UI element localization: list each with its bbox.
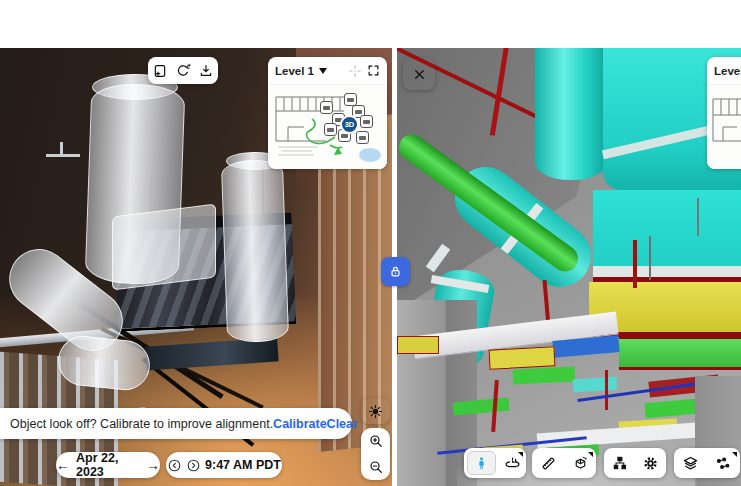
measure-section-group: [532, 448, 596, 478]
calibration-bar: Object look off? Calibrate to improve al…: [0, 408, 352, 439]
next-capture-icon[interactable]: [186, 458, 201, 473]
brightness-button[interactable]: [361, 398, 390, 424]
bim-duct-overlay: [112, 204, 216, 291]
submenu-triangle-icon: [518, 452, 523, 457]
settings-button[interactable]: [635, 448, 666, 478]
photo-toolbar: [148, 57, 218, 84]
prev-capture-icon[interactable]: [167, 458, 182, 473]
gear-icon: [642, 455, 659, 472]
close-icon: [412, 67, 427, 82]
layers-icon: [682, 455, 699, 472]
cyan-duct-box: [593, 190, 741, 266]
minimap-header: Level 1: [268, 57, 387, 85]
download-icon: [198, 63, 214, 79]
red-pipe: [633, 240, 637, 288]
model-tree-icon: [612, 455, 628, 471]
time-navigator: 9:47 AM PDT: [166, 452, 282, 478]
date-navigator: ← Apr 22, 2023 →: [56, 452, 160, 478]
photo-360-view[interactable]: Level 1: [0, 48, 392, 486]
viewpoints-icon: [715, 455, 732, 472]
ruler-icon: [540, 455, 557, 472]
measure-button[interactable]: [532, 448, 564, 478]
bim-model-view[interactable]: Level 1: [397, 48, 741, 486]
walk-person-icon: [474, 455, 489, 472]
minimap-panel: Level 1: [268, 57, 387, 169]
calibrate-button[interactable]: Calibrate: [273, 417, 327, 431]
3d-view-badge[interactable]: 3D: [340, 115, 359, 134]
minimap-panel: Level 1: [707, 57, 741, 169]
zoom-out-icon: [368, 459, 384, 475]
minimap-floorplan[interactable]: 3D: [268, 85, 387, 169]
orbit-icon: [504, 455, 521, 472]
chevron-down-icon[interactable]: [319, 68, 327, 74]
brightness-icon: [368, 404, 383, 419]
lock-icon: [388, 264, 403, 279]
prev-date-button[interactable]: ←: [56, 458, 70, 472]
cyan-duct: [535, 48, 607, 180]
history-icon: [175, 63, 191, 79]
model-tree-button[interactable]: [604, 448, 635, 478]
close-model-button[interactable]: [403, 58, 435, 90]
wall-bracket: [46, 154, 80, 157]
green-panel: [619, 337, 741, 370]
photo-marker[interactable]: [324, 123, 337, 136]
layers-button[interactable]: [674, 448, 707, 478]
floorplan-sketch: [707, 85, 741, 169]
split-view-app: Level 1: [0, 0, 741, 486]
red-pipe: [605, 370, 608, 410]
history-button[interactable]: [175, 63, 191, 79]
clear-button[interactable]: Clear: [327, 417, 358, 431]
hanger-rod: [697, 198, 699, 236]
zoom-in-button[interactable]: [361, 428, 390, 454]
bim-duct-overlay: [221, 159, 289, 343]
add-note-icon: [152, 63, 168, 79]
yellow-duct: [489, 346, 556, 369]
model-settings-group: [604, 448, 666, 478]
layers-views-group: [674, 448, 740, 478]
yellow-duct: [397, 336, 439, 354]
zoom-controls: [361, 428, 390, 480]
nav-mode-group: [464, 448, 526, 478]
add-note-button[interactable]: [152, 63, 168, 79]
sync-lock-button[interactable]: [381, 257, 410, 286]
submenu-triangle-icon: [732, 452, 737, 457]
submenu-triangle-icon: [588, 452, 593, 457]
zoom-in-icon: [368, 433, 384, 449]
download-button[interactable]: [198, 63, 214, 79]
photo-marker[interactable]: [320, 101, 333, 114]
viewpoints-button[interactable]: [707, 448, 740, 478]
time-label: 9:47 AM PDT: [205, 458, 281, 472]
wall-bracket: [60, 142, 63, 156]
photo-marker[interactable]: [356, 131, 369, 144]
hanger-rod: [649, 236, 651, 280]
duct-white-band: [593, 266, 741, 277]
section-box-button[interactable]: [564, 448, 596, 478]
walk-mode-button[interactable]: [467, 451, 496, 475]
locate-icon[interactable]: [348, 64, 362, 78]
fullscreen-icon[interactable]: [367, 64, 380, 77]
section-box-icon: [572, 455, 589, 472]
level-selector-label[interactable]: Level 1: [714, 65, 741, 77]
minimap-floorplan[interactable]: [707, 85, 741, 169]
zoom-out-button[interactable]: [361, 454, 390, 480]
next-date-button[interactable]: →: [146, 458, 160, 472]
date-label: Apr 22, 2023: [76, 451, 140, 479]
level-selector-label[interactable]: Level 1: [275, 65, 314, 77]
calibration-message: Object look off? Calibrate to improve al…: [10, 417, 273, 431]
photo-marker[interactable]: [360, 115, 373, 128]
orbit-mode-button[interactable]: [499, 448, 526, 478]
